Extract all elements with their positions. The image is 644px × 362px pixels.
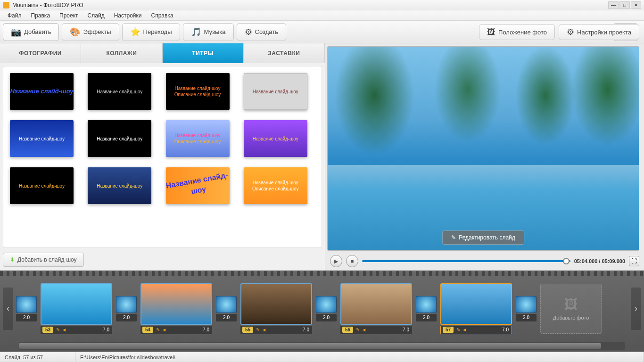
transition-thumb[interactable]	[516, 296, 537, 313]
slide-duration: 7.0	[203, 327, 212, 332]
sound-icon[interactable]: ◄	[162, 327, 166, 332]
add-to-slideshow-button[interactable]: ⬇ Добавить в слайд-шоу	[3, 253, 84, 267]
fullscreen-button[interactable]: ⛶	[629, 256, 639, 266]
photo-position-button[interactable]: 🖼 Положение фото	[479, 24, 555, 40]
close-button[interactable]: ✕	[631, 1, 641, 9]
sound-icon[interactable]: ◄	[262, 327, 266, 332]
pencil-icon[interactable]: ✎	[356, 327, 360, 332]
template-subtitle-line: Описание слайд-шоу	[174, 91, 221, 98]
timeline-prev-button[interactable]: ‹	[3, 288, 13, 330]
sound-icon[interactable]: ◄	[462, 327, 467, 332]
music-button[interactable]: 🎵 Музыка	[183, 23, 234, 41]
transition-chip[interactable]: 2.0	[216, 296, 237, 321]
subtab-photos[interactable]: ФОТОГРАФИИ	[0, 43, 81, 63]
edit-slide-button[interactable]: ✎ Редактировать слайд	[442, 230, 524, 245]
menu-slide[interactable]: Слайд	[83, 11, 109, 20]
minimize-button[interactable]: —	[608, 1, 619, 9]
progress-bar[interactable]	[362, 260, 570, 262]
timeline-scrollbar[interactable]	[19, 342, 625, 350]
template-title-line: Название слайд-шоу	[253, 180, 298, 186]
effects-button[interactable]: 🎨 Эффекты	[62, 23, 119, 41]
create-label: Создать	[255, 28, 278, 35]
pencil-icon[interactable]: ✎	[156, 327, 160, 332]
menu-project[interactable]: Проект	[55, 11, 83, 20]
slide-thumb[interactable]	[340, 283, 412, 325]
add-label: Добавить	[24, 28, 51, 35]
transition-thumb[interactable]	[16, 296, 37, 313]
slide-thumb[interactable]	[140, 283, 212, 325]
music-icon: 🎵	[191, 27, 201, 37]
transition-thumb[interactable]	[416, 296, 437, 313]
transition-thumb[interactable]	[216, 296, 237, 313]
slide-thumb[interactable]	[440, 283, 512, 325]
timeline-slide[interactable]: 53✎◄7.0	[41, 283, 112, 334]
timeline-slide[interactable]: 56✎◄7.0	[340, 283, 412, 334]
template-title-line: Название слайд-шоу	[165, 171, 231, 201]
subtab-collages[interactable]: КОЛЛАЖИ	[81, 43, 162, 63]
project-settings-button[interactable]: ⚙ Настройки проекта	[559, 24, 639, 40]
menu-help[interactable]: Справка	[146, 11, 178, 20]
timeline-track[interactable]: ‹ 2.053✎◄7.02.054✎◄7.02.055✎◄7.02.056✎◄7…	[0, 276, 644, 341]
title-template[interactable]: Название слайд-шоу	[166, 167, 230, 204]
title-template[interactable]: Название слайд-шоу	[244, 73, 307, 110]
title-template[interactable]: Название слайд-шоуОписание слайд-шоу	[244, 167, 307, 204]
slide-info-bar: 54✎◄7.0	[140, 326, 212, 334]
transition-thumb[interactable]	[116, 296, 137, 313]
template-title-line: Название слайд-шоу	[10, 88, 73, 96]
title-template[interactable]: Название слайд-шоу	[10, 73, 74, 110]
add-button[interactable]: 📷 Добавить	[3, 23, 59, 41]
stop-button[interactable]: ■	[346, 255, 358, 267]
transition-chip[interactable]: 2.0	[416, 296, 437, 321]
title-template[interactable]: Название слайд-шоу	[244, 120, 307, 157]
play-button[interactable]: ▶	[330, 255, 342, 267]
transition-chip[interactable]: 2.0	[16, 296, 37, 321]
add-photo-placeholder[interactable]: 🖼Добавьте фото	[540, 284, 602, 334]
template-subtitle-line: Описание слайд-шоу	[174, 139, 221, 145]
title-template[interactable]: Название слайд-шоу	[88, 120, 151, 157]
transitions-label: Переходы	[143, 28, 172, 35]
subtab-intros[interactable]: ЗАСТАВКИ	[244, 43, 325, 63]
create-button[interactable]: ⚙ Создать	[237, 23, 286, 41]
transition-chip[interactable]: 2.0	[116, 296, 137, 321]
add-to-slideshow-label: Добавить в слайд-шоу	[17, 256, 77, 263]
transitions-button[interactable]: ⭐ Переходы	[122, 23, 180, 41]
preview-area[interactable]: ✎ Редактировать слайд	[327, 46, 639, 251]
title-template[interactable]: Название слайд-шоуОписание слайд-шоу	[166, 73, 230, 110]
title-template[interactable]: Название слайд-шоу	[10, 167, 74, 204]
menu-edit[interactable]: Правка	[26, 11, 55, 20]
add-photo-label: Добавьте фото	[553, 315, 589, 321]
timeline-slide[interactable]: 54✎◄7.0	[140, 283, 212, 334]
maximize-button[interactable]: □	[619, 1, 630, 9]
slide-thumb[interactable]	[240, 283, 312, 325]
transition-chip[interactable]: 2.0	[316, 296, 337, 321]
pencil-icon[interactable]: ✎	[256, 327, 260, 332]
slide-thumb[interactable]	[41, 283, 112, 325]
transition-chip[interactable]: 2.0	[516, 296, 537, 321]
title-template[interactable]: Название слайд-шоу	[88, 167, 151, 204]
preview-image	[328, 47, 639, 250]
gear-icon: ⚙	[567, 27, 574, 37]
template-title-line: Название слайд-шоу	[174, 85, 220, 91]
timeline-slide[interactable]: 57✎◄7.0	[440, 283, 512, 334]
template-title-line: Название слайд-шоу	[174, 132, 220, 139]
title-template[interactable]: Название слайд-шоу	[88, 73, 151, 110]
slide-duration: 7.0	[502, 327, 512, 332]
title-gallery[interactable]: Название слайд-шоуНазвание слайд-шоуНазв…	[3, 66, 322, 248]
timeline-scrollbar-thumb[interactable]	[19, 343, 601, 349]
sound-icon[interactable]: ◄	[62, 327, 66, 332]
title-template[interactable]: Название слайд-шоу	[10, 120, 74, 157]
sound-icon[interactable]: ◄	[362, 327, 366, 332]
pencil-icon[interactable]: ✎	[56, 327, 60, 332]
gear-icon: ⚙	[245, 27, 252, 37]
menu-file[interactable]: Файл	[3, 11, 26, 20]
transition-thumb[interactable]	[316, 296, 337, 313]
title-template[interactable]: Название слайд-шоуОписание слайд-шоу	[166, 120, 230, 157]
menu-settings[interactable]: Настройки	[109, 11, 147, 20]
statusbar: Слайд: 57 из 57 E:\Users\En\Pictures\for…	[0, 352, 644, 362]
template-subtitle-line: Описание слайд-шоу	[252, 186, 298, 192]
timeline-slide[interactable]: 55✎◄7.0	[240, 283, 312, 334]
subtab-titles[interactable]: ТИТРЫ	[163, 43, 244, 63]
progress-knob[interactable]	[563, 258, 570, 264]
pencil-icon[interactable]: ✎	[456, 327, 460, 332]
timeline-next-button[interactable]: ›	[631, 288, 641, 330]
